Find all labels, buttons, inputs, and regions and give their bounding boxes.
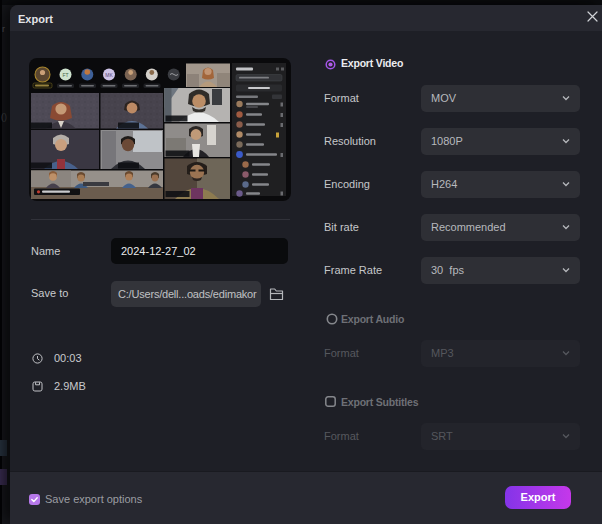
- svg-text:MK: MK: [105, 72, 113, 78]
- svg-text:FT: FT: [62, 72, 68, 78]
